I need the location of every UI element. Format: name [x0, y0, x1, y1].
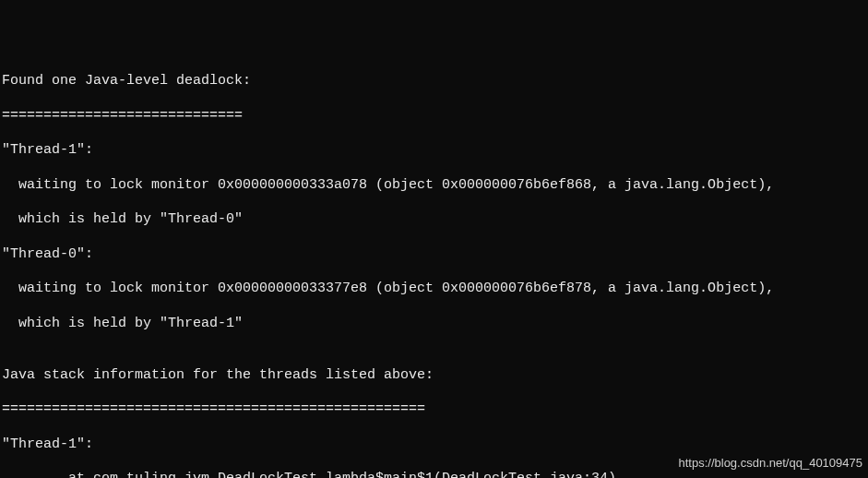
terminal-line: Found one Java-level deadlock: [2, 73, 866, 90]
terminal-line: which is held by "Thread-1" [2, 316, 866, 333]
terminal-line: at com.tuling.jvm.DeadLockTest.lambda$ma… [2, 471, 866, 478]
terminal-line: waiting to lock monitor 0x00000000033377… [2, 281, 866, 298]
terminal-line: "Thread-1": [2, 436, 866, 454]
terminal-line: "Thread-0": [2, 246, 866, 264]
terminal-line: ============================= [2, 108, 866, 125]
watermark-text: https://blog.csdn.net/qq_40109475 [679, 456, 863, 471]
terminal-line: waiting to lock monitor 0x000000000333a0… [2, 177, 866, 195]
terminal-line: Java stack information for the threads l… [2, 367, 866, 385]
terminal-line: "Thread-1": [2, 142, 866, 160]
terminal-line: which is held by "Thread-0" [2, 211, 866, 229]
terminal-line: ========================================… [2, 401, 866, 419]
